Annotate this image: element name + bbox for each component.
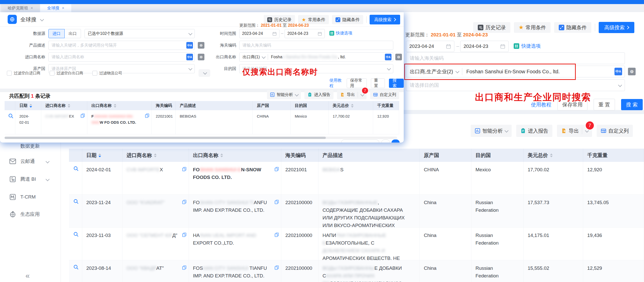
save-common-button[interactable]: 保存常用 bbox=[347, 78, 367, 88]
sidebar-collapse-button[interactable]: « bbox=[25, 271, 30, 280]
hide-conditions-button[interactable]: 隐藏条件 bbox=[332, 15, 363, 24]
chevron-down-icon[interactable] bbox=[40, 17, 44, 21]
copy-icon[interactable] bbox=[182, 232, 187, 239]
advanced-search-button[interactable]: 高级搜索 bbox=[599, 22, 634, 33]
header-cell[interactable]: 日期 bbox=[82, 149, 122, 162]
reset-button[interactable]: 重 置 bbox=[371, 78, 385, 88]
exporter-type-select[interactable]: 出口商(1) bbox=[240, 54, 268, 60]
toggle-export[interactable]: 出口 bbox=[65, 29, 81, 38]
search-button[interactable]: 搜 索 bbox=[621, 99, 643, 110]
tab-kazakhstan[interactable]: 哈萨克斯坦 × bbox=[1, 4, 40, 12]
header-cell[interactable]: 进口商名称 bbox=[41, 101, 87, 110]
sort-icon[interactable] bbox=[68, 104, 70, 108]
copy-icon[interactable] bbox=[80, 113, 85, 120]
checkbox-icon[interactable] bbox=[7, 71, 12, 76]
overlay-date-to[interactable]: 2024-04-23 bbox=[285, 29, 325, 38]
row-detail-magnifier-icon[interactable] bbox=[5, 110, 15, 134]
copy-icon[interactable] bbox=[274, 166, 279, 174]
header-label: 目的国 bbox=[295, 103, 307, 108]
tab-global-search[interactable]: 全球搜 × bbox=[40, 4, 71, 12]
checkbox-icon[interactable] bbox=[50, 71, 54, 76]
sort-icon[interactable] bbox=[351, 104, 354, 108]
enter-report-button[interactable]: 进入报告 bbox=[304, 90, 333, 99]
row-detail-magnifier-icon[interactable] bbox=[69, 260, 82, 282]
filter-checkbox-3[interactable]: 过滤物流公司 bbox=[92, 71, 122, 76]
overlay-date-from[interactable]: 2023-04-24 bbox=[239, 29, 279, 38]
overlay-exporter-control[interactable]: 出口商(1) Foshan Sanshui En-Snow Foods Co.,… bbox=[239, 52, 393, 62]
header-cell[interactable]: 出口商名称 bbox=[189, 149, 281, 162]
header-cell[interactable]: 美元总价 bbox=[524, 149, 583, 162]
row-detail-magnifier-icon[interactable] bbox=[69, 195, 82, 228]
datasource-select[interactable]: 已选中102个数据源 bbox=[85, 29, 195, 38]
favorites-button[interactable]: ★ 常用条件 bbox=[514, 22, 551, 33]
header-cell[interactable]: 美元总价 bbox=[329, 101, 373, 110]
pagination-prev[interactable] bbox=[381, 139, 390, 143]
copy-icon[interactable] bbox=[182, 199, 187, 206]
copy-icon[interactable] bbox=[182, 264, 187, 272]
hide-conditions-button[interactable]: 隐藏条件 bbox=[554, 22, 591, 33]
sort-icon[interactable] bbox=[220, 153, 223, 157]
blurred-text: ООО "КВАДР bbox=[127, 265, 156, 271]
history-button[interactable]: 历史记录 bbox=[473, 22, 510, 33]
sort-icon[interactable] bbox=[154, 153, 157, 157]
translate-icon[interactable]: 中A bbox=[385, 54, 391, 60]
enter-report-button[interactable]: 进入报告 bbox=[516, 125, 552, 137]
copy-icon[interactable] bbox=[274, 232, 279, 239]
page-size-select[interactable] bbox=[341, 139, 379, 143]
cell-date: 2023-11-24 bbox=[82, 195, 122, 228]
copy-icon[interactable] bbox=[274, 199, 279, 206]
sort-icon[interactable] bbox=[550, 153, 553, 157]
sidebar-item-3[interactable]: BI腾道 BI bbox=[0, 174, 61, 185]
row-detail-magnifier-icon[interactable] bbox=[69, 228, 82, 260]
search-button[interactable]: 搜 索 bbox=[389, 79, 404, 88]
exact-match-icon[interactable]: ⊜ bbox=[628, 68, 636, 75]
importer-input[interactable]: 请输入进口商名称 中A bbox=[48, 52, 195, 62]
toggle-import[interactable]: 进口 bbox=[48, 29, 65, 38]
header-cell[interactable]: 日期 bbox=[15, 101, 41, 110]
product-input[interactable]: 请输入关键词，多关键词用分号隔开 中A bbox=[48, 41, 195, 50]
smart-analysis-button[interactable]: 智能分析 bbox=[471, 125, 512, 137]
page-date-from-input[interactable]: 2023-04-24 bbox=[406, 41, 454, 52]
collapse-form-button[interactable] bbox=[199, 69, 210, 77]
sort-icon[interactable] bbox=[99, 153, 101, 157]
export-button[interactable]: 导出 7 bbox=[557, 125, 592, 137]
hs-code-placeholder: 请输入海关编码 bbox=[243, 43, 271, 48]
header-cell[interactable]: 出口商名称 bbox=[87, 101, 152, 110]
custom-columns-button[interactable]: 自定义列 bbox=[370, 90, 399, 99]
advanced-search-button[interactable]: 高级搜索 bbox=[370, 15, 400, 24]
row-detail-magnifier-icon[interactable] bbox=[69, 162, 82, 195]
overlay-hs-input[interactable]: 请输入海关编码 bbox=[239, 41, 393, 50]
cell-text: АРОМАТИЧЕСКИХ ВЕЩЕСТВ. НЕ СОДЕРЖАТ ГМО, … bbox=[323, 256, 406, 260]
cell-importer: CVB IMPORTEX bbox=[41, 110, 87, 134]
header-cell[interactable]: 进口商名称 bbox=[122, 149, 189, 162]
checkbox-icon[interactable] bbox=[92, 71, 97, 76]
filter-checkboxes: 过滤空白进口商过滤空白出口商过滤物流公司 bbox=[7, 71, 122, 76]
page-destination-select[interactable]: 请选择目的国 bbox=[406, 79, 625, 91]
overlay-quick-options[interactable]: 快捷选项 bbox=[329, 31, 352, 36]
copy-icon[interactable] bbox=[274, 264, 279, 272]
sidebar-item-2[interactable]: 云邮通 bbox=[0, 156, 61, 167]
scrollbar-thumb[interactable] bbox=[5, 137, 326, 139]
pagination-current[interactable] bbox=[391, 139, 400, 143]
translate-icon[interactable]: 中A bbox=[614, 68, 622, 75]
page-date-to-input[interactable]: 2024-04-23 bbox=[460, 41, 509, 52]
export-button[interactable]: 导出 7 bbox=[337, 90, 367, 99]
custom-columns-button[interactable]: 自定义列 bbox=[597, 125, 633, 137]
page-quick-options[interactable]: 快捷选项 bbox=[514, 43, 541, 49]
smart-analysis-button[interactable]: 智能分析 bbox=[267, 90, 301, 99]
page-hs-code-input[interactable]: 请输入海关编码 bbox=[406, 52, 625, 64]
sort-icon[interactable] bbox=[30, 104, 32, 108]
copy-icon[interactable] bbox=[182, 166, 187, 174]
close-icon[interactable]: × bbox=[62, 6, 64, 10]
sort-icon[interactable] bbox=[114, 104, 116, 108]
reset-button[interactable]: 重 置 bbox=[594, 99, 615, 110]
sidebar-item-4[interactable]: T-CRM bbox=[0, 191, 61, 203]
sidebar-item-5[interactable]: 生态应用 bbox=[0, 209, 61, 220]
exact-match-icon[interactable]: ⊜ bbox=[395, 54, 402, 60]
horizontal-scrollbar[interactable] bbox=[5, 137, 397, 139]
filter-checkbox-2[interactable]: 过滤空白出口商 bbox=[50, 71, 83, 76]
copy-icon[interactable] bbox=[145, 113, 149, 120]
close-icon[interactable]: × bbox=[31, 6, 33, 10]
tutorial-link[interactable]: 使用教程 bbox=[329, 78, 343, 89]
filter-checkbox-1[interactable]: 过滤空白进口商 bbox=[7, 71, 40, 76]
